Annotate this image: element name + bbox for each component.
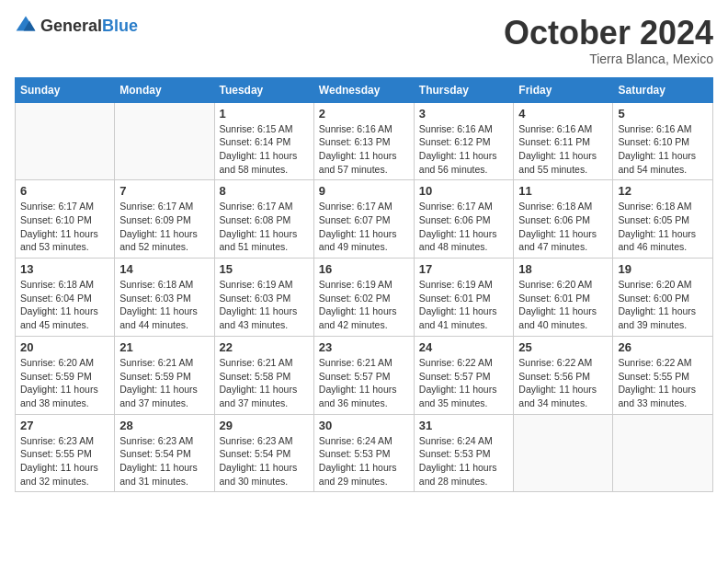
logo-blue: Blue [102, 17, 138, 35]
day-info: Sunrise: 6:17 AMSunset: 6:06 PMDaylight:… [419, 200, 509, 254]
day-info: Sunrise: 6:23 AMSunset: 5:55 PMDaylight:… [20, 434, 109, 488]
day-info: Sunrise: 6:21 AMSunset: 5:57 PMDaylight:… [319, 356, 409, 410]
day-number: 6 [20, 184, 109, 198]
calendar-cell [613, 414, 713, 492]
day-number: 26 [618, 340, 708, 354]
location: Tierra Blanca, Mexico [504, 52, 713, 66]
calendar-cell: 22Sunrise: 6:21 AMSunset: 5:58 PMDayligh… [214, 336, 313, 414]
day-info: Sunrise: 6:17 AMSunset: 6:09 PMDaylight:… [119, 200, 209, 254]
calendar-cell: 28Sunrise: 6:23 AMSunset: 5:54 PMDayligh… [115, 414, 214, 492]
day-number: 14 [119, 262, 209, 276]
day-info: Sunrise: 6:17 AMSunset: 6:08 PMDaylight:… [220, 200, 309, 254]
day-number: 29 [220, 419, 309, 432]
month-title: October 2024 [504, 15, 713, 52]
day-number: 28 [119, 419, 209, 432]
day-number: 31 [419, 419, 509, 432]
calendar-cell: 13Sunrise: 6:18 AMSunset: 6:04 PMDayligh… [16, 259, 115, 337]
calendar-header-friday: Friday [514, 77, 613, 102]
calendar-cell: 6Sunrise: 6:17 AMSunset: 6:10 PMDaylight… [16, 180, 115, 259]
calendar-cell: 4Sunrise: 6:16 AMSunset: 6:11 PMDaylight… [514, 102, 613, 180]
calendar-cell: 2Sunrise: 6:16 AMSunset: 6:13 PMDaylight… [313, 102, 414, 180]
day-info: Sunrise: 6:15 AMSunset: 6:14 PMDaylight:… [220, 122, 309, 177]
calendar-cell: 9Sunrise: 6:17 AMSunset: 6:07 PMDaylight… [313, 180, 414, 259]
day-info: Sunrise: 6:19 AMSunset: 6:03 PMDaylight:… [220, 278, 309, 332]
day-info: Sunrise: 6:18 AMSunset: 6:05 PMDaylight:… [618, 200, 708, 254]
day-info: Sunrise: 6:16 AMSunset: 6:11 PMDaylight:… [518, 122, 608, 177]
day-number: 5 [618, 107, 708, 121]
calendar-cell: 14Sunrise: 6:18 AMSunset: 6:03 PMDayligh… [115, 259, 214, 337]
day-number: 13 [20, 262, 109, 276]
calendar-header-sunday: Sunday [16, 77, 115, 102]
day-info: Sunrise: 6:20 AMSunset: 6:01 PMDaylight:… [518, 278, 608, 332]
calendar-cell: 1Sunrise: 6:15 AMSunset: 6:14 PMDaylight… [214, 102, 313, 180]
calendar-cell: 17Sunrise: 6:19 AMSunset: 6:01 PMDayligh… [414, 259, 514, 337]
calendar-week-3: 13Sunrise: 6:18 AMSunset: 6:04 PMDayligh… [16, 259, 713, 337]
day-number: 12 [618, 184, 708, 198]
day-info: Sunrise: 6:21 AMSunset: 5:58 PMDaylight:… [220, 356, 309, 410]
calendar-header-monday: Monday [115, 77, 214, 102]
day-number: 10 [419, 184, 509, 198]
day-info: Sunrise: 6:20 AMSunset: 5:59 PMDaylight:… [20, 356, 109, 410]
day-number: 15 [220, 262, 309, 276]
day-number: 16 [319, 262, 409, 276]
calendar-cell: 30Sunrise: 6:24 AMSunset: 5:53 PMDayligh… [313, 414, 414, 492]
calendar-cell: 21Sunrise: 6:21 AMSunset: 5:59 PMDayligh… [115, 336, 214, 414]
calendar-header-thursday: Thursday [414, 77, 514, 102]
calendar-cell: 18Sunrise: 6:20 AMSunset: 6:01 PMDayligh… [514, 259, 613, 337]
calendar-header-wednesday: Wednesday [313, 77, 414, 102]
day-info: Sunrise: 6:18 AMSunset: 6:03 PMDaylight:… [119, 278, 209, 332]
day-number: 2 [319, 107, 409, 121]
logo: GeneralBlue [15, 15, 138, 37]
day-number: 7 [119, 184, 209, 198]
day-info: Sunrise: 6:23 AMSunset: 5:54 PMDaylight:… [220, 434, 309, 488]
calendar-cell [115, 102, 214, 180]
calendar-cell [514, 414, 613, 492]
calendar-header-row: SundayMondayTuesdayWednesdayThursdayFrid… [16, 77, 713, 102]
day-number: 19 [618, 262, 708, 276]
day-number: 1 [220, 107, 309, 121]
day-number: 3 [419, 107, 509, 121]
calendar-week-4: 20Sunrise: 6:20 AMSunset: 5:59 PMDayligh… [16, 336, 713, 414]
day-info: Sunrise: 6:16 AMSunset: 6:10 PMDaylight:… [618, 122, 708, 177]
calendar-cell: 7Sunrise: 6:17 AMSunset: 6:09 PMDaylight… [115, 180, 214, 259]
day-info: Sunrise: 6:17 AMSunset: 6:10 PMDaylight:… [20, 200, 109, 254]
day-info: Sunrise: 6:18 AMSunset: 6:06 PMDaylight:… [518, 200, 608, 254]
day-number: 20 [20, 340, 109, 354]
day-info: Sunrise: 6:23 AMSunset: 5:54 PMDaylight:… [119, 434, 209, 488]
day-number: 8 [220, 184, 309, 198]
calendar-cell: 10Sunrise: 6:17 AMSunset: 6:06 PMDayligh… [414, 180, 514, 259]
calendar-cell: 23Sunrise: 6:21 AMSunset: 5:57 PMDayligh… [313, 336, 414, 414]
day-info: Sunrise: 6:22 AMSunset: 5:55 PMDaylight:… [618, 356, 708, 410]
logo-general: General [40, 17, 102, 35]
calendar-week-5: 27Sunrise: 6:23 AMSunset: 5:55 PMDayligh… [16, 414, 713, 492]
day-number: 9 [319, 184, 409, 198]
day-info: Sunrise: 6:24 AMSunset: 5:53 PMDaylight:… [419, 434, 509, 488]
day-number: 23 [319, 340, 409, 354]
calendar-cell: 16Sunrise: 6:19 AMSunset: 6:02 PMDayligh… [313, 259, 414, 337]
calendar-cell: 31Sunrise: 6:24 AMSunset: 5:53 PMDayligh… [414, 414, 514, 492]
calendar-table: SundayMondayTuesdayWednesdayThursdayFrid… [15, 77, 713, 493]
calendar-header-tuesday: Tuesday [214, 77, 313, 102]
day-info: Sunrise: 6:19 AMSunset: 6:02 PMDaylight:… [319, 278, 409, 332]
calendar-cell: 24Sunrise: 6:22 AMSunset: 5:57 PMDayligh… [414, 336, 514, 414]
calendar-cell: 20Sunrise: 6:20 AMSunset: 5:59 PMDayligh… [16, 336, 115, 414]
calendar-cell: 15Sunrise: 6:19 AMSunset: 6:03 PMDayligh… [214, 259, 313, 337]
day-number: 21 [119, 340, 209, 354]
day-number: 27 [20, 419, 109, 432]
day-info: Sunrise: 6:20 AMSunset: 6:00 PMDaylight:… [618, 278, 708, 332]
day-number: 18 [518, 262, 608, 276]
day-info: Sunrise: 6:17 AMSunset: 6:07 PMDaylight:… [319, 200, 409, 254]
calendar-cell: 27Sunrise: 6:23 AMSunset: 5:55 PMDayligh… [16, 414, 115, 492]
day-number: 30 [319, 419, 409, 432]
day-info: Sunrise: 6:16 AMSunset: 6:12 PMDaylight:… [419, 122, 509, 177]
day-info: Sunrise: 6:19 AMSunset: 6:01 PMDaylight:… [419, 278, 509, 332]
page-header: GeneralBlue October 2024 Tierra Blanca, … [15, 15, 713, 66]
day-number: 25 [518, 340, 608, 354]
calendar-cell: 11Sunrise: 6:18 AMSunset: 6:06 PMDayligh… [514, 180, 613, 259]
calendar-header-saturday: Saturday [613, 77, 713, 102]
calendar-cell [16, 102, 115, 180]
calendar-cell: 8Sunrise: 6:17 AMSunset: 6:08 PMDaylight… [214, 180, 313, 259]
day-info: Sunrise: 6:22 AMSunset: 5:56 PMDaylight:… [518, 356, 608, 410]
day-info: Sunrise: 6:18 AMSunset: 6:04 PMDaylight:… [20, 278, 109, 332]
calendar-cell: 3Sunrise: 6:16 AMSunset: 6:12 PMDaylight… [414, 102, 514, 180]
